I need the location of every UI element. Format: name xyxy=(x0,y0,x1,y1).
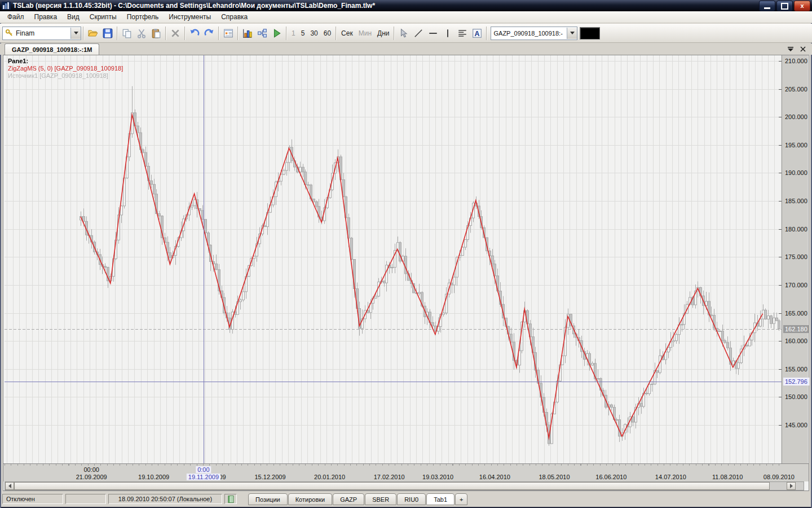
close-chart-icon[interactable] xyxy=(798,45,807,53)
script-editor-button[interactable] xyxy=(255,26,270,41)
date-tick-label: 14.07.2010 xyxy=(655,474,686,480)
svg-text:A: A xyxy=(475,29,480,37)
log-button[interactable] xyxy=(224,494,237,504)
close-button[interactable]: x xyxy=(794,1,810,11)
symbol-combo-value: GAZP_090918_100918:- xyxy=(491,30,567,37)
toolbar-separator xyxy=(218,27,219,40)
unit-minutes-button[interactable]: Мин xyxy=(356,29,374,37)
date-tick-label: 16.04.2010 xyxy=(479,474,510,480)
toolbar-separator xyxy=(117,27,118,40)
properties-icon xyxy=(223,28,233,38)
menu-правка[interactable]: Правка xyxy=(29,11,63,23)
chart-tab-bar: GAZP_090918_100918:-:1M xyxy=(0,43,812,55)
scroll-left-button[interactable] xyxy=(5,482,14,490)
status-tab-gazp[interactable]: GAZP xyxy=(333,493,364,505)
symbol-combo-dropdown[interactable] xyxy=(567,28,577,39)
source-label: Источник1 [GAZP_090918_100918] xyxy=(8,72,123,80)
horizontal-scrollbar[interactable] xyxy=(5,481,804,491)
chart-widget: Pane1: ZigZagMS (5, 0) [GAZP_090918_1009… xyxy=(3,55,809,491)
text-tool-button[interactable]: A xyxy=(470,26,484,41)
timeframe-30-button[interactable]: 30 xyxy=(307,29,320,37)
undo-icon xyxy=(189,28,200,38)
pointer-tool-button[interactable] xyxy=(396,26,411,41)
cut-button[interactable] xyxy=(134,26,149,41)
redo-button[interactable] xyxy=(202,26,217,41)
symbol-combo[interactable]: GAZP_090918_100918:- xyxy=(491,27,577,40)
toolbar-separator xyxy=(336,27,337,40)
broker-combo-dropdown[interactable] xyxy=(70,28,81,39)
status-tab-riu0[interactable]: RIU0 xyxy=(397,493,426,505)
date-tick-label: 19.10.2009 xyxy=(138,474,169,480)
redo-icon xyxy=(204,28,214,38)
clock: 18.09.2010 20:50:07 (Локальное) xyxy=(108,494,222,504)
properties-button[interactable] xyxy=(221,26,236,41)
time-tick-label: 00:00 xyxy=(83,466,99,473)
undo-button[interactable] xyxy=(187,26,202,41)
paste-button[interactable] xyxy=(149,26,164,41)
horizontal-line-tool-button[interactable] xyxy=(426,26,440,41)
open-button[interactable] xyxy=(86,26,100,41)
collapse-panel-icon[interactable] xyxy=(786,45,795,53)
color-swatch-button[interactable] xyxy=(580,27,600,40)
status-tab-котировки[interactable]: Котировки xyxy=(288,493,333,505)
date-tick-label: 16.06.2010 xyxy=(595,474,626,480)
toolbar-separator xyxy=(83,27,84,40)
price-tick-label: 150.000 xyxy=(785,393,807,400)
price-axis[interactable]: 210.000205.000200.000195.000190.000185.0… xyxy=(782,55,808,463)
toolbar-separator xyxy=(394,27,395,40)
toolbar-separator xyxy=(486,27,487,40)
minimize-button[interactable] xyxy=(759,1,775,11)
menu-вид[interactable]: Вид xyxy=(62,11,85,23)
time-axis[interactable]: 00:0021.09.200919.10.200916.11.200915.12… xyxy=(3,463,809,481)
scrollbar-thumb[interactable] xyxy=(14,482,770,490)
menu-портфель[interactable]: Портфель xyxy=(122,11,164,23)
vertical-line-tool-button[interactable] xyxy=(440,26,455,41)
price-tick-label: 165.000 xyxy=(785,310,807,317)
levels-tool-button[interactable] xyxy=(455,26,470,41)
close-icon: x xyxy=(800,3,804,9)
status-tab-позиции[interactable]: Позиции xyxy=(248,493,288,505)
date-tick-label: 19.03.2010 xyxy=(422,474,453,480)
price-tick-label: 175.000 xyxy=(785,253,807,260)
minimize-icon xyxy=(764,7,770,9)
status-bar: Отключен 18.09.2010 20:50:07 (Локальное)… xyxy=(1,492,811,507)
menu-инструменты[interactable]: Инструменты xyxy=(164,11,216,23)
crosshair-time-label: 0:00 xyxy=(196,466,211,473)
arrow-left-icon xyxy=(8,484,11,488)
indicator-label: ZigZagMS (5, 0) [GAZP_090918_100918] xyxy=(8,65,123,72)
timeframe-1-button[interactable]: 1 xyxy=(289,29,298,37)
copy-button[interactable] xyxy=(120,26,134,41)
title-bar[interactable]: TSLab (версия 1.1.10.45:32bit) - C:\Docu… xyxy=(0,0,812,11)
price-tick-label: 155.000 xyxy=(785,366,807,373)
unit-seconds-button[interactable]: Сек xyxy=(338,29,356,37)
maximize-button[interactable] xyxy=(776,1,793,11)
delete-button[interactable] xyxy=(168,26,183,41)
key-icon xyxy=(5,29,14,37)
date-tick-label: 21.09.2009 xyxy=(76,474,107,480)
chart-tab[interactable]: GAZP_090918_100918:-:1M xyxy=(5,43,99,55)
timeframe-5-button[interactable]: 5 xyxy=(298,29,308,37)
pane-legend: Pane1: ZigZagMS (5, 0) [GAZP_090918_1009… xyxy=(8,58,123,80)
trendline-tool-button[interactable] xyxy=(411,26,426,41)
add-tab-button[interactable]: + xyxy=(455,493,467,505)
run-button[interactable] xyxy=(270,26,284,41)
menu-файл[interactable]: Файл xyxy=(2,11,29,23)
menu-справка[interactable]: Справка xyxy=(216,11,253,23)
price-tick-label: 205.000 xyxy=(785,86,807,93)
status-tab-tab1[interactable]: Tab1 xyxy=(426,493,454,505)
levels-icon xyxy=(457,28,467,38)
scroll-right-button[interactable] xyxy=(787,482,796,490)
broker-combo-value: Finam xyxy=(14,29,70,37)
timeframe-60-button[interactable]: 60 xyxy=(321,29,334,37)
status-tab-sber[interactable]: SBER xyxy=(365,493,396,505)
chart-button[interactable] xyxy=(240,26,255,41)
broker-combo[interactable]: Finam xyxy=(2,27,81,40)
save-button[interactable] xyxy=(100,26,115,41)
status-empty-panel xyxy=(65,494,106,504)
unit-days-button[interactable]: Дни xyxy=(374,29,392,37)
pointer-icon xyxy=(399,28,409,38)
menu-скрипты[interactable]: Скрипты xyxy=(85,11,122,23)
price-chart-canvas[interactable] xyxy=(5,55,782,463)
price-tick-label: 170.000 xyxy=(785,282,807,288)
vline-icon xyxy=(443,28,453,38)
